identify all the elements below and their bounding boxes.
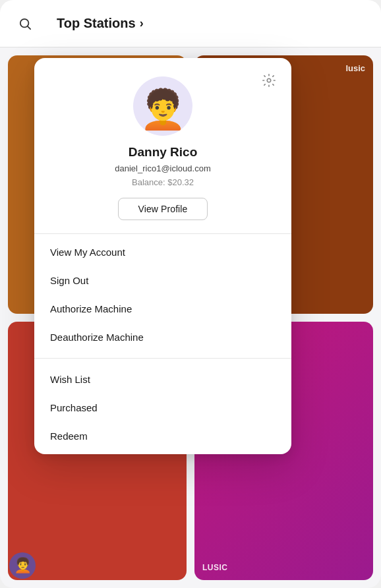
menu-item-wish-list[interactable]: Wish List <box>34 365 291 394</box>
menu-item-redeem[interactable]: Redeem <box>34 422 291 450</box>
menu-item-purchased[interactable]: Purchased <box>34 394 291 422</box>
bg-card-top-right-label: lusic <box>345 63 365 73</box>
menu-item-sign-out[interactable]: Sign Out <box>34 266 291 295</box>
svg-point-2 <box>267 78 271 82</box>
search-button[interactable] <box>13 12 37 36</box>
account-dropdown: 🧑‍🦱 Danny Rico daniel_rico1@icloud.com B… <box>34 58 291 454</box>
user-balance: Balance: $20.32 <box>132 177 194 187</box>
avatar: 🧑‍🦱 <box>133 76 192 136</box>
settings-button[interactable] <box>260 71 278 90</box>
chevron-right-icon: › <box>140 16 144 30</box>
menu-section-1: View My Account Sign Out Authorize Machi… <box>34 234 291 355</box>
view-profile-button[interactable]: View Profile <box>118 198 208 220</box>
profile-section: 🧑‍🦱 Danny Rico daniel_rico1@icloud.com B… <box>34 58 291 233</box>
bg-card-bottom-right-label: lusic <box>202 563 365 572</box>
menu-section-2: Wish List Purchased Redeem <box>34 361 291 454</box>
menu-item-authorize-machine[interactable]: Authorize Machine <box>34 295 291 323</box>
menu-item-view-my-account[interactable]: View My Account <box>34 238 291 266</box>
section-divider-2 <box>34 358 291 359</box>
user-name: Danny Rico <box>129 145 198 160</box>
header-bar: Top Stations › <box>0 0 381 47</box>
svg-line-1 <box>28 26 30 29</box>
avatar-emoji: 🧑‍🦱 <box>139 90 187 129</box>
user-email: daniel_rico1@icloud.com <box>115 163 210 173</box>
small-avatar: 🧑‍🦱 <box>9 552 36 579</box>
page-title: Top Stations › <box>57 16 144 31</box>
menu-item-deauthorize-machine[interactable]: Deauthorize Machine <box>34 323 291 351</box>
